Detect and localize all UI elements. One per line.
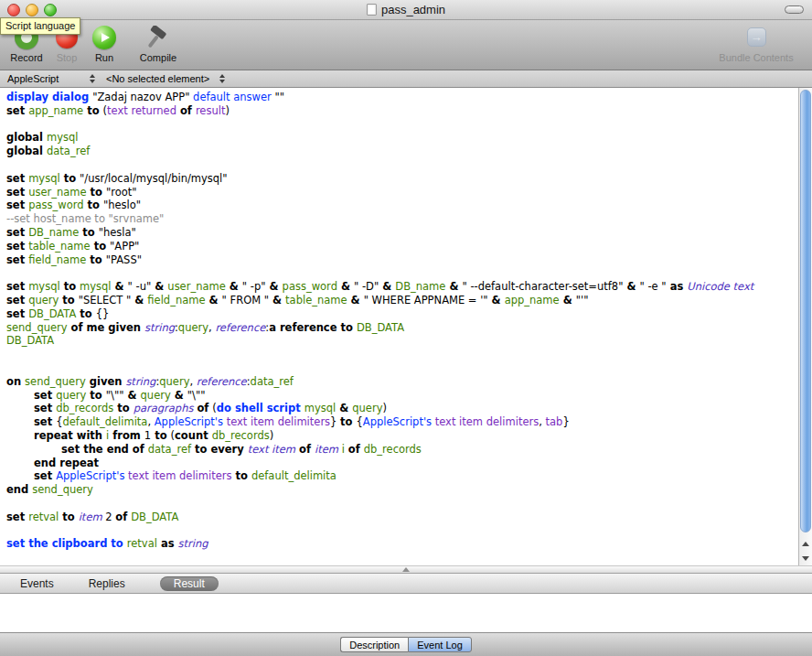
code-line <box>0 158 798 172</box>
navigation-bar: AppleScript <No selected element> <box>0 70 812 88</box>
code-line: global mysql <box>0 131 798 145</box>
segment-description[interactable]: Description <box>340 637 408 652</box>
code-line: set DB_DATA to {} <box>0 307 798 321</box>
script-language-tooltip: Script language <box>0 17 80 35</box>
code-line: DB_DATA <box>0 334 798 348</box>
code-line: set query to "\"" & query & "\"" <box>0 389 798 403</box>
scrollbar-arrows <box>799 536 812 565</box>
bundle-contents-label: Bundle Contents <box>719 52 793 63</box>
language-popup[interactable]: AppleScript <box>4 71 99 86</box>
code-line: set pass_word to "heslo" <box>0 199 798 212</box>
run-label: Run <box>95 52 113 63</box>
element-popup-value: <No selected element> <box>106 73 209 84</box>
code-line: set AppleScript's text item delimiters t… <box>0 469 798 483</box>
tab-replies[interactable]: Replies <box>89 577 125 590</box>
minimize-button[interactable] <box>26 4 38 16</box>
window-title-group: pass_admin <box>367 3 445 16</box>
record-label: Record <box>10 52 42 63</box>
toolbar-toggle-button[interactable] <box>785 5 804 14</box>
toolbar: Record Stop Run Compile → Bundle Content… <box>0 20 812 70</box>
code-line: send_query of me given string:query, ref… <box>0 321 798 335</box>
code-line: set table_name to "APP" <box>0 240 798 253</box>
bundle-contents-button[interactable]: → Bundle Contents <box>706 24 807 63</box>
code-line: set the clipboard to retval as string <box>0 537 798 551</box>
code-line: on send_query given string:query, refere… <box>0 375 798 389</box>
code-line <box>0 497 798 511</box>
document-icon <box>367 4 377 16</box>
code-line: set retval to item 2 of DB_DATA <box>0 511 798 524</box>
code-line: set db_records to paragraphs of (do shel… <box>0 402 798 415</box>
scroll-up-button[interactable] <box>799 536 812 551</box>
vertical-scrollbar[interactable] <box>798 88 812 565</box>
code-content: display dialog "Zadaj nazov APP" default… <box>0 91 798 551</box>
compile-button[interactable]: Compile <box>130 24 187 63</box>
view-segmented-control: Description Event Log <box>340 637 472 652</box>
language-popup-value: AppleScript <box>7 73 59 84</box>
traffic-lights <box>7 4 62 16</box>
code-line: set the end of data_ref to every text it… <box>0 443 798 457</box>
element-popup[interactable]: <No selected element> <box>102 71 229 86</box>
run-button[interactable]: Run <box>86 24 123 63</box>
code-line <box>0 118 798 132</box>
split-grip-icon <box>402 567 410 572</box>
window-title: pass_admin <box>381 3 445 16</box>
code-line <box>0 348 798 361</box>
code-line: display dialog "Zadaj nazov APP" default… <box>0 91 798 104</box>
code-line: --set host_name to "srvname" <box>0 212 798 226</box>
stop-label: Stop <box>57 52 78 63</box>
run-icon <box>92 26 116 49</box>
code-line: global data_ref <box>0 145 798 158</box>
code-line <box>0 361 798 375</box>
popup-arrows-icon <box>90 74 95 83</box>
code-line: end repeat <box>0 457 798 470</box>
code-line <box>0 524 798 538</box>
scroll-down-button[interactable] <box>799 551 812 565</box>
code-line: end send_query <box>0 483 798 497</box>
compile-hammer-icon <box>145 24 171 50</box>
scrollbar-thumb[interactable] <box>800 90 811 532</box>
code-line: set field_name to "PASS" <box>0 253 798 267</box>
bundle-contents-icon: → <box>747 27 766 47</box>
result-tab-bar: Events Replies Result <box>0 573 812 594</box>
bottom-bar: Description Event Log <box>0 632 812 656</box>
titlebar[interactable]: pass_admin <box>0 0 812 20</box>
code-line <box>0 266 798 280</box>
code-line: set mysql to "/usr/local/mysql/bin/mysql… <box>0 172 798 186</box>
close-button[interactable] <box>7 4 20 16</box>
code-line: set user_name to "root" <box>0 186 798 199</box>
code-line: set mysql to mysql & " -u" & user_name &… <box>0 280 798 294</box>
segment-event-log[interactable]: Event Log <box>408 637 472 652</box>
tab-result[interactable]: Result <box>160 576 219 591</box>
compile-label: Compile <box>140 52 176 63</box>
code-line: set {default_delimita, AppleScript's tex… <box>0 415 798 429</box>
script-editor-window: pass_admin Script language Record Stop R… <box>0 0 812 656</box>
code-editor[interactable]: display dialog "Zadaj nazov APP" default… <box>0 88 798 565</box>
zoom-button[interactable] <box>44 4 57 16</box>
code-line: set query to "SELECT " & field_name & " … <box>0 294 798 307</box>
code-line: set DB_name to "hesla" <box>0 226 798 240</box>
split-handle[interactable] <box>0 565 812 573</box>
code-line: repeat with i from 1 to (count db_record… <box>0 429 798 443</box>
code-line: set app_name to (text returned of result… <box>0 104 798 118</box>
tab-events[interactable]: Events <box>20 577 54 590</box>
result-panel <box>0 594 812 632</box>
popup-arrows-icon <box>219 74 225 83</box>
